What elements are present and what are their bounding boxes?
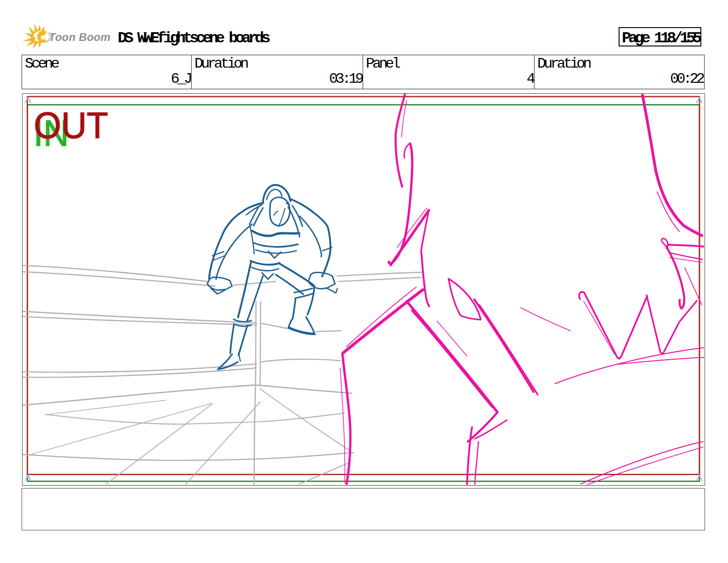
svg-text:OUT: OUT: [34, 105, 108, 146]
